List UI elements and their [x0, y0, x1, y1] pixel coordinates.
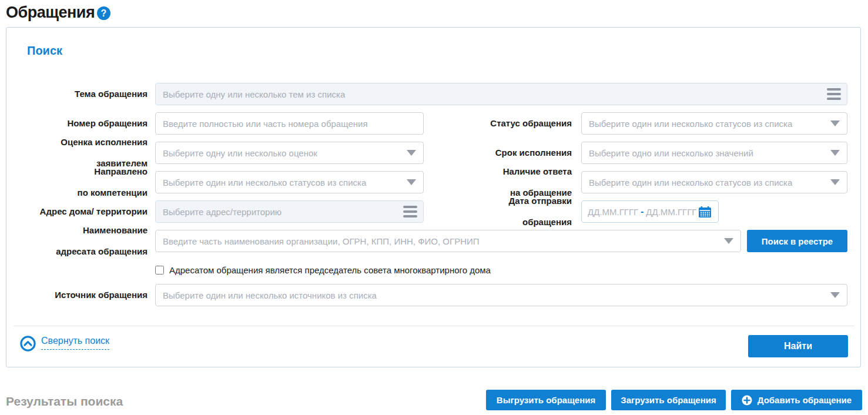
chairman-checkbox[interactable]: [155, 266, 164, 275]
find-button[interactable]: Найти: [748, 335, 848, 357]
plus-circle-icon: [742, 395, 752, 406]
answer-input[interactable]: [581, 171, 847, 193]
send-date-range[interactable]: -: [581, 200, 719, 223]
addressee-label: Наименование адресата обращения: [6, 230, 148, 252]
export-appeals-button[interactable]: Выгрузить обращения: [486, 390, 606, 410]
send-date-label: Дата отправки обращения: [390, 200, 572, 223]
help-icon[interactable]: ?: [97, 6, 110, 20]
source-label: Источник обращения: [6, 284, 148, 306]
address-label: Адрес дома/ территории: [6, 200, 148, 223]
page-title: Обращения: [6, 4, 95, 22]
chevron-down-icon[interactable]: [830, 150, 840, 156]
number-field[interactable]: [155, 112, 424, 135]
search-panel-heading: Поиск: [27, 44, 62, 58]
chevron-down-icon[interactable]: [830, 292, 840, 298]
rating-label: Оценка исполнения заявителем: [6, 142, 148, 164]
add-appeal-button[interactable]: Добавить обращение: [731, 390, 862, 410]
number-input[interactable]: [155, 112, 424, 135]
source-input[interactable]: [155, 284, 847, 306]
results-heading: Результаты поиска: [6, 394, 123, 409]
panel-divider: [14, 326, 854, 326]
deadline-input[interactable]: [581, 142, 847, 164]
address-input[interactable]: [155, 200, 424, 223]
status-select[interactable]: [581, 112, 847, 135]
rating-input[interactable]: [155, 142, 424, 164]
chairman-checkbox-label[interactable]: Адресатом обращения является председател…: [169, 265, 491, 275]
addressee-input[interactable]: [155, 230, 741, 252]
registry-search-button[interactable]: Поиск в реестре: [747, 230, 847, 252]
competence-input[interactable]: [155, 171, 424, 193]
theme-label: Тема обращения: [6, 83, 148, 105]
collapse-search-link[interactable]: Свернуть поиск: [41, 336, 109, 350]
addressee-select[interactable]: [155, 230, 741, 252]
collapse-search[interactable]: Свернуть поиск: [20, 336, 109, 352]
competence-label: Направлено по компетенции: [6, 171, 148, 193]
chevron-up-circle-icon[interactable]: [20, 336, 36, 352]
status-label: Статус обращения: [390, 112, 572, 135]
theme-input[interactable]: [155, 83, 847, 105]
competence-select[interactable]: [155, 171, 424, 193]
import-appeals-button[interactable]: Загрузить обращения: [611, 390, 726, 410]
answer-label: Наличие ответа на обращение: [390, 171, 572, 193]
chevron-down-icon[interactable]: [724, 238, 733, 244]
add-appeal-button-label: Добавить обращение: [758, 395, 852, 405]
search-panel: Поиск Тема обращения Номер обращения Ста…: [6, 27, 861, 367]
chairman-checkbox-row: Адресатом обращения является председател…: [155, 265, 491, 275]
source-select[interactable]: [155, 284, 847, 306]
number-label: Номер обращения: [6, 112, 148, 135]
chevron-down-icon[interactable]: [830, 179, 840, 185]
rating-select[interactable]: [155, 142, 424, 164]
answer-select[interactable]: [581, 171, 847, 193]
address-multiselect[interactable]: [155, 200, 424, 223]
theme-multiselect[interactable]: [155, 83, 847, 105]
status-input[interactable]: [581, 112, 847, 135]
list-picker-icon[interactable]: [827, 88, 841, 100]
deadline-label: Срок исполнения: [390, 142, 572, 164]
deadline-select[interactable]: [581, 142, 847, 164]
date-to-input[interactable]: [646, 207, 696, 217]
calendar-icon[interactable]: [699, 206, 711, 217]
appeals-page: Обращения ? Поиск Тема обращения Номер о…: [0, 0, 868, 415]
date-from-input[interactable]: [588, 207, 638, 217]
chevron-down-icon[interactable]: [830, 121, 840, 126]
date-range-dash: -: [641, 206, 644, 217]
